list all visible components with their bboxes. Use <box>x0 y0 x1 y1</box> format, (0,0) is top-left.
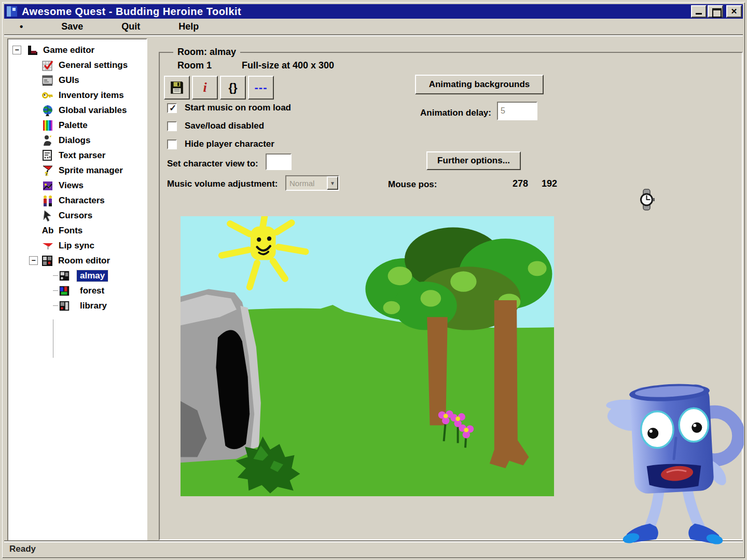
palette-rainbow-icon <box>42 119 54 132</box>
tree-item-label: Palette <box>59 120 88 131</box>
room-background-preview[interactable] <box>181 216 554 496</box>
checkbox-row-music: Start music on room load <box>167 103 291 113</box>
game-root-icon <box>26 44 38 57</box>
menu-bar: • Save Quit Help <box>4 19 743 35</box>
room-thumb-icon <box>58 285 71 297</box>
cursor-arrow-icon <box>42 209 54 222</box>
window-title: Awesome Quest - Budding Heroine Toolkit <box>22 6 241 18</box>
volume-adjustment-label: Music volume adjustment: <box>167 179 278 189</box>
characters-icon <box>42 194 54 207</box>
volume-dropdown[interactable]: Normal ▼ <box>285 175 339 191</box>
menu-item-save[interactable]: Save <box>61 21 83 32</box>
status-text: Ready <box>9 544 36 554</box>
blue-mug-character <box>598 380 744 547</box>
tree-room-library[interactable]: library <box>8 298 146 313</box>
title-bar[interactable]: Awesome Quest - Budding Heroine Toolkit … <box>4 4 743 19</box>
tree-item-label: Global variables <box>59 105 127 116</box>
further-options-button[interactable]: Further options... <box>426 151 521 170</box>
edit-script-button[interactable]: {} <box>220 76 246 100</box>
room-info-button[interactable]: i <box>192 76 218 100</box>
tree-item-label: GUIs <box>59 75 79 86</box>
resource-tree: − Game editor General settings GUIs Inve… <box>7 38 147 544</box>
tree-item-guis[interactable]: GUIs <box>8 73 146 88</box>
tree-item-label: Cursors <box>59 211 92 221</box>
mug-right-leg <box>687 490 700 527</box>
tree-item-general-settings[interactable]: General settings <box>8 58 146 73</box>
tree-trunk-left <box>427 317 448 425</box>
fonts-ab-icon: Ab <box>42 225 54 237</box>
save-load-disabled-checkbox[interactable] <box>167 121 177 131</box>
menu-item-0[interactable]: • <box>20 21 23 32</box>
tree-item-label: Sprite manager <box>59 165 123 176</box>
room-thumb-icon <box>58 270 71 282</box>
tree-item-fonts[interactable]: Ab Fonts <box>8 223 146 238</box>
animation-delay-input[interactable] <box>497 102 537 120</box>
animating-backgrounds-button[interactable]: Animating backgrounds <box>415 75 544 94</box>
tree-item-text-parser[interactable]: Text parser <box>8 148 146 163</box>
tree-connector-line <box>53 319 53 358</box>
tree-item-global-variables[interactable]: Global variables <box>8 103 146 118</box>
tree-item-lip-sync[interactable]: Lip sync <box>8 238 146 253</box>
tree-item-label: Inventory items <box>59 90 124 101</box>
checkbox-row-hideplayer: Hide player character <box>167 139 274 149</box>
text-page-icon <box>42 149 54 162</box>
character-view-input[interactable] <box>266 153 292 170</box>
tree-room-forest[interactable]: forest <box>8 283 146 298</box>
tree-room-label: library <box>77 300 110 312</box>
character-view-label: Set character view to: <box>167 159 258 169</box>
room-thumb-icon <box>58 300 71 312</box>
tree-room-almay[interactable]: almay <box>8 268 146 283</box>
tree-item-label: Text parser <box>59 150 105 161</box>
cave-rock <box>181 289 261 463</box>
menu-item-help[interactable]: Help <box>178 21 199 32</box>
tree-item-label: Characters <box>59 195 105 206</box>
start-music-checkbox[interactable] <box>167 103 177 113</box>
tree-room-label: almay <box>77 270 108 282</box>
mouse-pos-y: 192 <box>542 178 557 189</box>
tree-node-room-editor[interactable]: − Room editor <box>8 253 146 268</box>
close-button[interactable]: ✕ <box>726 5 742 18</box>
gui-window-icon <box>42 74 54 87</box>
volume-dropdown-value: Normal <box>286 179 327 188</box>
animation-delay-label: Animation delay: <box>420 108 491 118</box>
window-controls: ✕ <box>691 5 743 18</box>
checkbox-label: Save/load disabled <box>185 121 264 131</box>
maximize-button[interactable] <box>708 5 723 18</box>
rooms-icon <box>41 255 53 267</box>
lip-sync-funnel-icon <box>42 240 54 252</box>
tree-root-game[interactable]: − Game editor <box>8 43 146 58</box>
mouse-pos-label: Mouse pos: <box>388 179 437 190</box>
expander-icon[interactable]: − <box>29 256 38 265</box>
save-disk-icon <box>170 80 184 95</box>
minimize-button[interactable] <box>691 5 707 18</box>
hide-player-checkbox[interactable] <box>167 139 177 149</box>
save-room-button[interactable] <box>164 76 190 100</box>
chevron-down-icon[interactable]: ▼ <box>327 176 338 190</box>
tree-node-label: Room editor <box>58 256 110 266</box>
mouse-pos-x: 278 <box>513 178 528 189</box>
tree-item-inventory[interactable]: Inventory items <box>8 88 146 103</box>
tree-item-views[interactable]: Views <box>8 178 146 193</box>
tree-item-label: Views <box>59 180 84 191</box>
menu-item-quit[interactable]: Quit <box>121 21 140 32</box>
tree-item-characters[interactable]: Characters <box>8 193 146 208</box>
tree-item-dialogs[interactable]: Dialogs <box>8 133 146 148</box>
tree-item-sprite-manager[interactable]: Sprite manager <box>8 163 146 178</box>
tree-room-label: forest <box>77 285 107 297</box>
mug-mouth <box>647 464 701 489</box>
tree-item-label: General settings <box>59 60 128 71</box>
app-icon <box>6 6 18 17</box>
inventory-key-icon <box>42 89 54 102</box>
tree-item-label: Lip sync <box>59 241 94 251</box>
wristwatch-cursor-icon <box>636 189 658 211</box>
tree-item-cursors[interactable]: Cursors <box>8 208 146 223</box>
checkbox-label: Start music on room load <box>185 103 291 113</box>
tree-item-palette[interactable]: Palette <box>8 118 146 133</box>
checkbox-row-saveload: Save/load disabled <box>167 121 264 131</box>
room-scene <box>181 216 554 496</box>
walk-behind-button[interactable]: --- <box>248 76 274 100</box>
dialog-person-icon <box>42 134 54 147</box>
mug-boots <box>622 524 724 546</box>
expander-icon[interactable]: − <box>12 46 21 54</box>
views-icon <box>42 179 54 192</box>
